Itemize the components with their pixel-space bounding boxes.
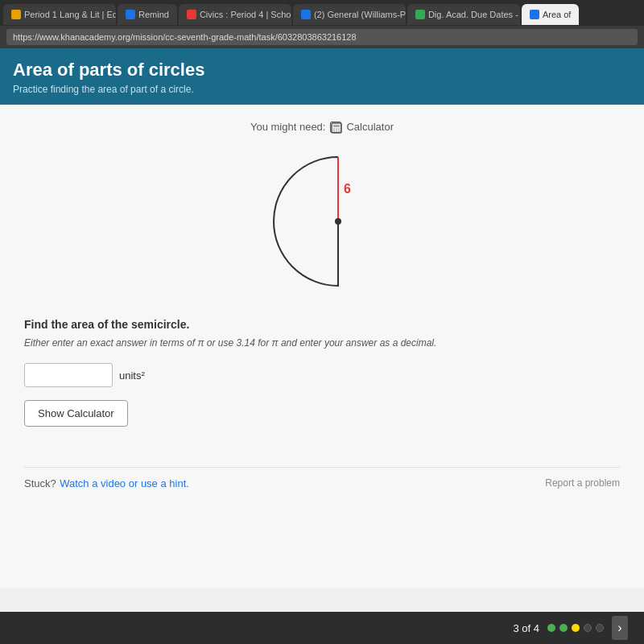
radius-label: 6	[344, 182, 351, 196]
svg-rect-1	[333, 125, 340, 127]
tab-bar: Period 1 Lang & Lit | Ed Remind Civics :…	[0, 0, 644, 26]
dot-4	[584, 624, 592, 632]
units-label: units²	[119, 369, 145, 382]
svg-rect-4	[338, 128, 340, 130]
calculator-hint-text: You might need:	[250, 121, 325, 133]
main-content: You might need: Calculator	[0, 105, 644, 588]
url-input[interactable]	[6, 29, 638, 45]
tab-3[interactable]: Civics : Period 4 | Schoo	[179, 4, 291, 25]
tab-favicon-5	[415, 10, 425, 19]
tab-favicon-2	[126, 10, 135, 19]
diagram-area: 6	[24, 149, 620, 294]
answer-input[interactable]	[24, 363, 113, 387]
tab-label-4: (2) General (Williams-Pe	[314, 10, 406, 19]
dot-3	[572, 624, 580, 632]
show-calculator-button[interactable]: Show Calculator	[24, 400, 128, 427]
tab-4[interactable]: (2) General (Williams-Pe	[293, 4, 406, 25]
hint-link[interactable]: Watch a video or use a hint.	[60, 477, 189, 489]
page-title: Area of parts of circles	[13, 60, 631, 80]
progress-bar: 3 of 4 ›	[0, 612, 644, 644]
tab-favicon-4	[301, 10, 311, 19]
stuck-section: Stuck? Watch a video or use a hint.	[24, 476, 189, 490]
report-link[interactable]: Report a problem	[545, 477, 620, 489]
tab-2[interactable]: Remind	[118, 4, 177, 25]
dot-5	[596, 624, 604, 632]
tab-1[interactable]: Period 1 Lang & Lit | Ed	[3, 4, 116, 25]
tab-favicon-6	[530, 10, 539, 19]
calculator-label: Calculator	[346, 121, 394, 133]
problem-description: Either enter an exact answer in terms of…	[24, 336, 620, 350]
address-bar	[0, 26, 644, 48]
browser-chrome: Period 1 Lang & Lit | Ed Remind Civics :…	[0, 0, 644, 48]
bottom-section: Stuck? Watch a video or use a hint. Repo…	[24, 467, 620, 490]
page-subtitle: Practice finding the area of part of a c…	[13, 84, 631, 95]
dot-2	[559, 624, 568, 632]
answer-row: units²	[24, 363, 620, 387]
tab-label-2: Remind	[138, 10, 169, 19]
calculator-icon	[330, 122, 341, 133]
semicircle-diagram: 6	[250, 149, 394, 294]
tab-favicon-1	[11, 10, 21, 19]
tab-label-6: Area of	[543, 10, 571, 19]
tab-6[interactable]: Area of	[522, 4, 579, 25]
tab-favicon-3	[187, 10, 196, 19]
progress-dots	[547, 624, 604, 632]
page-header: Area of parts of circles Practice findin…	[0, 48, 644, 105]
svg-rect-2	[333, 128, 335, 130]
scroll-button[interactable]: ›	[612, 616, 628, 640]
tab-label-3: Civics : Period 4 | Schoo	[200, 10, 291, 19]
svg-rect-3	[336, 128, 337, 130]
tab-label-1: Period 1 Lang & Lit | Ed	[24, 10, 116, 19]
svg-point-10	[335, 218, 341, 225]
progress-text: 3 of 4	[513, 622, 539, 634]
stuck-text: Stuck?	[24, 477, 56, 489]
problem-title: Find the area of the semicircle.	[24, 318, 620, 331]
svg-rect-6	[336, 130, 337, 132]
calculator-hint: You might need: Calculator	[24, 121, 620, 133]
problem-section: Find the area of the semicircle. Either …	[24, 318, 620, 451]
svg-rect-7	[338, 130, 340, 132]
tab-5[interactable]: Dig. Acad. Due Dates - C	[407, 4, 520, 25]
svg-rect-5	[333, 130, 335, 132]
dot-1	[547, 624, 555, 632]
tab-label-5: Dig. Acad. Due Dates - C	[428, 10, 520, 19]
